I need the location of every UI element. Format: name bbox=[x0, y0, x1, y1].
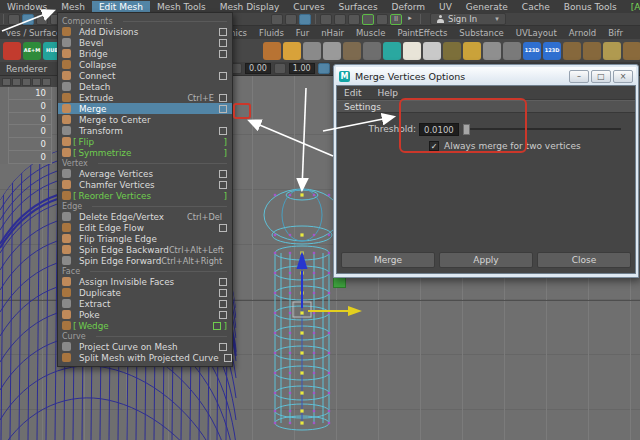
channel-value-cell[interactable]: 0 bbox=[8, 125, 51, 138]
snap-to-point-icon[interactable] bbox=[299, 14, 311, 25]
sign-in-button[interactable]: Sign In ▾ bbox=[430, 13, 506, 25]
panel-toolbar-icon[interactable] bbox=[42, 78, 51, 86]
option-box[interactable] bbox=[224, 354, 232, 362]
shelf-tab[interactable]: Fur bbox=[290, 27, 315, 39]
menubar-item[interactable]: Mesh Display bbox=[213, 1, 287, 13]
menubar-item[interactable]: Surfaces bbox=[332, 1, 385, 13]
menu-item[interactable]: Delete Edge/Vertex Ctrl+Del bbox=[58, 211, 232, 222]
exposure-field[interactable]: 0.00 bbox=[245, 63, 271, 74]
option-box[interactable] bbox=[219, 127, 227, 135]
select-hierarchy-icon[interactable] bbox=[8, 14, 20, 25]
shelf-tab[interactable]: Substance bbox=[453, 27, 509, 39]
shelf-icon[interactable] bbox=[503, 42, 521, 60]
menubar-item[interactable]: Generate bbox=[459, 1, 515, 13]
menubar-item[interactable]: Windows bbox=[0, 1, 54, 13]
shelf-icon[interactable]: 123D bbox=[523, 42, 541, 60]
shelf-icon[interactable] bbox=[383, 42, 401, 60]
shelf-icon[interactable] bbox=[3, 42, 21, 60]
menu-item[interactable]: Vertex bbox=[58, 158, 232, 168]
menu-item[interactable]: Edit Edge Flow bbox=[58, 222, 232, 233]
shelf-icon[interactable] bbox=[483, 42, 501, 60]
menu-item[interactable]: Assign Invisible Faces bbox=[58, 276, 232, 287]
menu-item[interactable]: Spin Edge Forward Ctrl+Alt+Right bbox=[58, 255, 232, 266]
menu-item[interactable]: Curve bbox=[58, 331, 232, 341]
shelf-icon[interactable] bbox=[403, 42, 421, 60]
window-button[interactable]: – bbox=[569, 70, 589, 83]
menubar-item[interactable]: UV bbox=[432, 1, 459, 13]
panel-toolbar-icon[interactable] bbox=[2, 78, 11, 86]
menu-item[interactable]: Bridge bbox=[58, 48, 232, 59]
shelf-icon[interactable] bbox=[263, 42, 281, 60]
menu-item[interactable]: Merge to Center bbox=[58, 114, 232, 125]
menubar-item[interactable]: Edit Mesh bbox=[92, 1, 150, 13]
shelf-icon[interactable] bbox=[623, 42, 640, 60]
render-icon[interactable] bbox=[334, 14, 346, 25]
shelf-icon[interactable] bbox=[423, 42, 441, 60]
channel-value-cell[interactable]: 0 bbox=[8, 113, 51, 126]
construction-history-icon[interactable] bbox=[320, 14, 332, 25]
always-merge-checkbox[interactable]: ✓ bbox=[429, 141, 439, 151]
option-box[interactable] bbox=[219, 105, 227, 113]
dialog-button[interactable]: Merge bbox=[341, 252, 435, 268]
slider-groove[interactable] bbox=[470, 128, 621, 130]
shelf-tab[interactable]: Bifr bbox=[602, 27, 629, 39]
menubar-item[interactable]: Mesh bbox=[54, 1, 92, 13]
pause-viewport-icon[interactable]: II bbox=[390, 14, 402, 25]
renderer-menu[interactable]: Renderer bbox=[0, 64, 53, 74]
shelf-icon[interactable] bbox=[603, 42, 621, 60]
menu-item[interactable]: Connect bbox=[58, 70, 232, 81]
menu-item[interactable]: Duplicate bbox=[58, 287, 232, 298]
expand-arrow-icon[interactable]: ▸ bbox=[404, 14, 416, 25]
menu-item[interactable]: Extrude Ctrl+E bbox=[58, 92, 232, 103]
menubar-item[interactable]: Mesh Tools bbox=[150, 1, 213, 13]
gamma-icon[interactable] bbox=[274, 63, 286, 74]
menu-item[interactable]: Face bbox=[58, 266, 232, 276]
menu-item[interactable]: Merge bbox=[58, 103, 232, 114]
slider-handle[interactable] bbox=[463, 124, 470, 135]
select-object-icon[interactable] bbox=[22, 14, 34, 25]
option-box[interactable] bbox=[219, 94, 227, 102]
panel-toolbar-icon[interactable] bbox=[12, 78, 21, 86]
threshold-slider[interactable] bbox=[463, 124, 621, 135]
shelf-icon[interactable] bbox=[283, 42, 301, 60]
option-box[interactable] bbox=[219, 39, 227, 47]
option-box[interactable] bbox=[219, 170, 227, 178]
option-box[interactable] bbox=[219, 224, 227, 232]
channel-value-cell[interactable]: 0 bbox=[8, 151, 51, 164]
dialog-button[interactable]: Apply bbox=[439, 252, 533, 268]
option-box[interactable] bbox=[213, 322, 221, 330]
menu-item[interactable]: Edge bbox=[58, 201, 232, 211]
menu-item[interactable]: Extract bbox=[58, 298, 232, 309]
option-box[interactable] bbox=[219, 343, 227, 351]
shelf-tab[interactable]: Muscle bbox=[350, 27, 391, 39]
shelf-tab[interactable]: PaintEffects bbox=[391, 27, 453, 39]
paint-effects-icon[interactable] bbox=[376, 14, 388, 25]
shelf-tab[interactable]: UVLayout bbox=[510, 27, 563, 39]
view-transform-icon[interactable] bbox=[318, 63, 330, 74]
channel-value-cell[interactable]: 0 bbox=[8, 100, 51, 113]
option-box[interactable] bbox=[219, 50, 227, 58]
shelf-icon[interactable]: AE+M bbox=[23, 42, 41, 60]
shelf-icon[interactable] bbox=[583, 42, 601, 60]
shelf-icon[interactable] bbox=[323, 42, 341, 60]
option-box[interactable] bbox=[219, 28, 227, 36]
snap-to-grid-icon[interactable] bbox=[271, 14, 283, 25]
menu-item[interactable]: Project Curve on Mesh bbox=[58, 341, 232, 352]
menu-item[interactable]: Components bbox=[58, 16, 232, 26]
option-box[interactable] bbox=[219, 300, 227, 308]
panel-toolbar-icon[interactable] bbox=[32, 78, 41, 86]
menubar-item[interactable]: Deform bbox=[385, 1, 432, 13]
menu-item[interactable]: Collapse bbox=[58, 59, 232, 70]
option-box[interactable] bbox=[219, 289, 227, 297]
render-settings-icon[interactable] bbox=[362, 14, 374, 25]
menu-item[interactable]: [ Symmetrize ] bbox=[58, 147, 232, 158]
menubar-item[interactable]: Curves bbox=[286, 1, 331, 13]
dialog-menu-item[interactable]: Edit bbox=[344, 88, 361, 98]
shelf-icon[interactable]: 123D bbox=[543, 42, 561, 60]
menu-item[interactable]: [ Wedge ] bbox=[58, 320, 232, 331]
shelf-icon[interactable] bbox=[303, 42, 321, 60]
shelf-icon[interactable] bbox=[563, 42, 581, 60]
menu-item[interactable]: Bevel bbox=[58, 37, 232, 48]
menu-item[interactable]: Detach bbox=[58, 81, 232, 92]
dialog-menu-item[interactable]: Help bbox=[377, 88, 398, 98]
